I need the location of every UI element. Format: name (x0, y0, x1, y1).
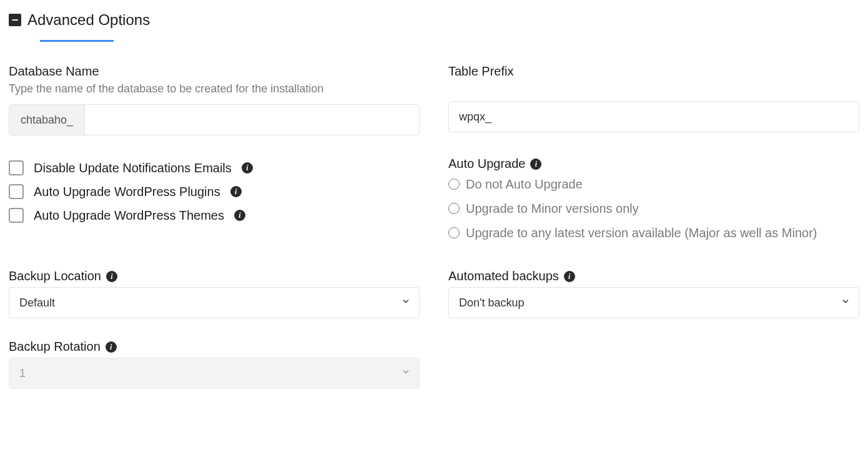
tab-underline (40, 40, 114, 42)
backup-rotation-label: Backup Rotation i (9, 340, 420, 354)
auto-upgrade-opt2[interactable]: Upgrade to Minor versions only (448, 199, 859, 218)
automated-backups-label: Automated backups i (448, 269, 859, 283)
database-name-label: Database Name (9, 64, 420, 79)
info-icon[interactable]: i (234, 210, 245, 221)
automated-backups-select[interactable]: Don't backup (448, 287, 859, 318)
disable-emails-checkbox[interactable] (9, 160, 24, 175)
auto-upgrade-field: Auto Upgrade i Do not Auto Upgrade Upgra… (448, 157, 859, 248)
automated-backups-field: Automated backups i Don't backup (448, 269, 859, 318)
backup-location-field: Backup Location i Default (9, 269, 420, 318)
auto-upgrade-radio-2[interactable] (448, 203, 460, 214)
advanced-options-header[interactable]: − Advanced Options (9, 11, 859, 29)
upgrade-plugins-row[interactable]: Auto Upgrade WordPress Plugins i (9, 184, 420, 199)
database-name-help: Type the name of the database to be crea… (9, 82, 420, 95)
backup-location-label: Backup Location i (9, 269, 420, 283)
info-icon[interactable]: i (530, 159, 541, 170)
backup-rotation-field: Backup Rotation i 1 (9, 340, 420, 389)
table-prefix-input[interactable] (448, 101, 859, 132)
info-icon[interactable]: i (230, 186, 242, 197)
backup-location-select[interactable]: Default (9, 287, 420, 318)
upgrade-themes-checkbox[interactable] (9, 208, 24, 223)
collapse-icon: − (9, 14, 21, 26)
upgrade-plugins-checkbox[interactable] (9, 184, 24, 199)
backup-rotation-select: 1 (9, 358, 420, 389)
auto-upgrade-opt1[interactable]: Do not Auto Upgrade (448, 175, 859, 194)
auto-upgrade-radio-3[interactable] (448, 227, 460, 238)
upgrade-themes-label: Auto Upgrade WordPress Themes (34, 208, 224, 223)
advanced-options-title: Advanced Options (27, 11, 150, 29)
disable-emails-row[interactable]: Disable Update Notifications Emails i (9, 160, 420, 175)
info-icon[interactable]: i (242, 162, 253, 174)
disable-emails-label: Disable Update Notifications Emails (34, 161, 232, 175)
database-name-input[interactable] (85, 105, 419, 135)
auto-upgrade-label: Auto Upgrade i (448, 157, 859, 171)
info-icon[interactable]: i (106, 271, 117, 282)
database-name-field: Database Name Type the name of the datab… (9, 64, 420, 135)
info-icon[interactable]: i (106, 341, 117, 353)
upgrade-themes-row[interactable]: Auto Upgrade WordPress Themes i (9, 208, 420, 223)
table-prefix-label: Table Prefix (448, 64, 859, 79)
database-prefix: chtabaho_ (9, 105, 85, 135)
database-name-input-group: chtabaho_ (9, 104, 420, 135)
auto-upgrade-opt3[interactable]: Upgrade to any latest version available … (448, 223, 859, 243)
auto-upgrade-radio-1[interactable] (448, 179, 460, 190)
checkbox-group: Disable Update Notifications Emails i Au… (9, 160, 420, 248)
upgrade-plugins-label: Auto Upgrade WordPress Plugins (34, 185, 220, 199)
table-prefix-field: Table Prefix (448, 64, 859, 135)
info-icon[interactable]: i (564, 271, 575, 282)
